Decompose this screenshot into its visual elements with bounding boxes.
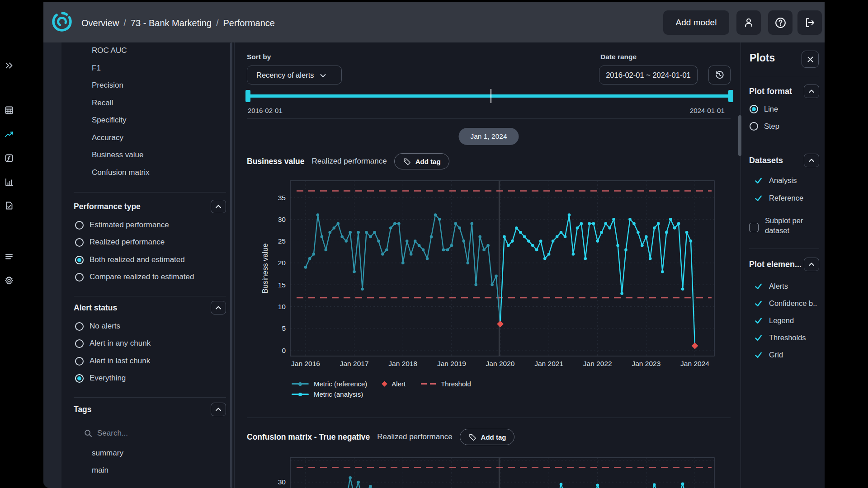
check-icon — [754, 282, 763, 291]
radio-compare-realized-to-estimated[interactable]: Compare realized to estimated — [75, 270, 194, 284]
radio-realized-performance[interactable]: Realized performance — [75, 235, 165, 249]
gear-icon — [4, 276, 14, 286]
chart1-subtitle: Realized performance — [311, 157, 387, 166]
radio-both-realized-and-estimated[interactable]: Both realized and estimated — [75, 253, 185, 267]
slider-handle-end[interactable] — [728, 90, 733, 102]
confusion-matrix-chart[interactable]: 30 — [247, 451, 731, 488]
check-legend[interactable]: Legend — [754, 314, 794, 327]
breadcrumb-overview[interactable]: Overview — [81, 18, 119, 28]
tag-item-summary[interactable]: summary — [92, 449, 123, 460]
radio-estimated-performance[interactable]: Estimated performance — [75, 218, 169, 232]
alert-status-collapse-button[interactable] — [211, 301, 226, 314]
add-model-button[interactable]: Add model — [663, 10, 729, 35]
menu-icon — [4, 252, 14, 262]
check-alerts[interactable]: Alerts — [754, 280, 788, 292]
breadcrumb-separator: / — [119, 18, 131, 28]
svg-text:5: 5 — [282, 324, 286, 332]
close-plots-panel-button[interactable] — [802, 51, 819, 68]
legend-threshold: Threshold — [421, 380, 471, 388]
check-grid[interactable]: Grid — [754, 348, 783, 361]
logout-icon — [804, 17, 816, 28]
slider-current-marker[interactable] — [491, 89, 491, 103]
svg-text:10: 10 — [278, 303, 286, 310]
breadcrumb-performance[interactable]: Performance — [223, 18, 275, 28]
sort-by-dropdown[interactable]: Recency of alerts — [247, 66, 342, 84]
expand-sidebar-button[interactable] — [4, 61, 14, 70]
chart1-add-tag-button[interactable]: Add tag — [394, 153, 449, 169]
tags-collapse-button[interactable] — [211, 403, 226, 416]
chart2-add-tag-button[interactable]: Add tag — [460, 429, 515, 445]
sidebar-item-settings[interactable] — [4, 276, 14, 286]
svg-text:20: 20 — [278, 259, 286, 267]
metric-item-roc-auc[interactable]: ROC AUC — [92, 46, 127, 57]
left-panel-border — [234, 42, 235, 488]
performance-type-collapse-button[interactable] — [211, 200, 226, 213]
metric-item-specificity[interactable]: Specificity — [92, 116, 127, 127]
legend-metric-analysis: Metric (analysis) — [292, 390, 363, 398]
check-icon — [754, 351, 763, 359]
selected-date-chip[interactable]: Jan 1, 2024 — [458, 128, 519, 145]
plot-format-collapse-button[interactable] — [804, 84, 819, 98]
date-range-slider[interactable] — [249, 94, 731, 98]
business-value-chart[interactable]: 05101520253035Jan 2016Jan 2017Jan 2018Ja… — [247, 174, 731, 373]
help-button[interactable] — [768, 10, 793, 35]
check-icon — [754, 333, 763, 342]
radio-no-alerts[interactable]: No alerts — [75, 319, 120, 333]
radio-line[interactable]: Line — [750, 102, 778, 116]
svg-text:Jan 2023: Jan 2023 — [632, 360, 660, 367]
radio-circle — [750, 122, 758, 131]
subplot-per-dataset-checkbox[interactable] — [749, 223, 759, 232]
check-thresholds[interactable]: Thresholds — [754, 331, 806, 344]
add-tag-label: Add tag — [415, 158, 441, 165]
svg-text:Jan 2018: Jan 2018 — [388, 360, 417, 367]
reset-date-range-button[interactable] — [708, 66, 731, 84]
metric-item-business-value[interactable]: Business value — [92, 150, 143, 161]
left-panel-scrollbar[interactable] — [230, 42, 232, 488]
report-check-icon — [4, 201, 14, 211]
datasets-collapse-button[interactable] — [804, 154, 819, 167]
check-confidence-bands[interactable]: Confidence b.. — [754, 297, 817, 310]
sidebar-item-reports[interactable] — [4, 201, 14, 211]
check-reference[interactable]: Reference — [754, 192, 803, 204]
datasets-title: Datasets — [749, 156, 783, 165]
user-account-button[interactable] — [736, 10, 761, 35]
radio-circle-selected — [750, 105, 758, 113]
sidebar-item-performance[interactable] — [4, 130, 14, 140]
radio-everything[interactable]: Everything — [75, 371, 126, 385]
metric-item-recall[interactable]: Recall — [92, 99, 113, 109]
sidebar-item-functions[interactable] — [4, 153, 14, 163]
range-start-label: 2016-02-01 — [248, 107, 283, 114]
sidebar-item-charts[interactable] — [4, 177, 14, 187]
sidebar-item-logs[interactable] — [4, 252, 14, 262]
search-icon — [84, 429, 93, 438]
svg-text:Business value: Business value — [261, 244, 269, 294]
main-scrollbar-thumb[interactable] — [738, 115, 741, 156]
legend-metric-reference: Metric (reference) — [292, 380, 367, 388]
svg-text:Jan 2021: Jan 2021 — [534, 360, 563, 367]
date-range-input[interactable]: 2016-02-01 ~ 2024-01-01 — [599, 66, 698, 84]
svg-text:Jan 2024: Jan 2024 — [680, 360, 709, 367]
chevrons-right-icon — [4, 61, 14, 70]
svg-text:Jan 2022: Jan 2022 — [583, 360, 612, 367]
metric-item-confusion-matrix[interactable]: Confusion matrix — [92, 168, 150, 179]
breadcrumb-model[interactable]: 73 - Bank Marketing — [131, 18, 212, 28]
radio-step[interactable]: Step — [750, 119, 779, 133]
radio-alert-in-any-chunk[interactable]: Alert in any chunk — [75, 337, 151, 350]
metric-item-f1[interactable]: F1 — [92, 64, 101, 75]
check-icon — [754, 176, 763, 185]
check-analysis[interactable]: Analysis — [754, 174, 797, 187]
plot-elements-collapse-button[interactable] — [804, 258, 819, 271]
plot-format-title: Plot format — [749, 87, 792, 96]
check-icon — [754, 194, 763, 202]
radio-alert-in-last-chunk[interactable]: Alert in last chunk — [75, 354, 150, 368]
metric-item-accuracy[interactable]: Accuracy — [92, 133, 123, 144]
logout-button[interactable] — [797, 10, 822, 35]
check-icon — [754, 316, 763, 325]
tag-item-main[interactable]: main — [92, 466, 108, 477]
reference-line-swatch — [292, 383, 309, 385]
app-logo-icon[interactable] — [51, 10, 73, 33]
metric-item-precision[interactable]: Precision — [92, 81, 123, 92]
tags-search-input[interactable] — [97, 429, 206, 438]
sidebar-item-data[interactable] — [4, 105, 14, 115]
slider-handle-start[interactable] — [245, 90, 250, 102]
